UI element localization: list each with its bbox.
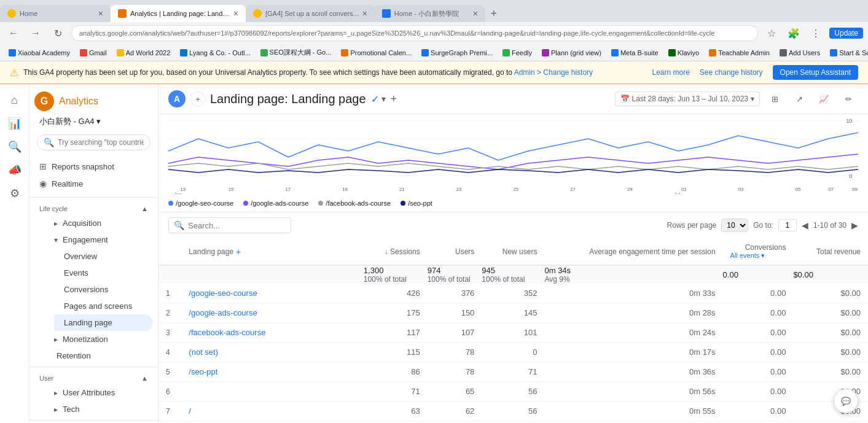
share-button[interactable]: ↗ xyxy=(789,89,809,109)
col-landing-page[interactable]: Landing page + xyxy=(181,238,364,265)
bookmark-seo[interactable]: SEO課程大綱 - Go... xyxy=(257,47,335,58)
svg-text:03: 03 xyxy=(738,187,744,192)
tab-analytics[interactable]: Analytics | Landing page: Landi... × xyxy=(111,5,246,22)
property-selector[interactable]: 小白新勢 - GA4 ▾ xyxy=(29,114,158,132)
sidebar-advertising-icon[interactable]: 📣 xyxy=(4,159,26,181)
life-cycle-collapse-icon[interactable]: ▲ xyxy=(141,205,148,212)
admin-change-history-link[interactable]: Admin > Change history xyxy=(514,68,593,77)
legend-seo-ppt[interactable]: /seo-ppt xyxy=(401,200,432,207)
nav-item-realtime[interactable]: ◉ Realtime xyxy=(29,175,153,192)
add-comparison-button[interactable]: + xyxy=(391,93,397,106)
edit-button[interactable]: ✏ xyxy=(839,89,858,109)
tab-home[interactable]: Home × xyxy=(0,5,111,22)
date-range-picker[interactable]: 📅 Last 28 days: Jun 13 – Jul 10, 2023 ▾ xyxy=(615,91,760,106)
chat-icon-button[interactable]: 💬 xyxy=(834,389,858,413)
nav-item-pages-screens[interactable]: Pages and screens xyxy=(54,298,153,314)
bookmark-klaviyo[interactable]: Klaviyo xyxy=(665,48,703,58)
row-landing-page[interactable]: /google-ads-course xyxy=(181,303,364,323)
bookmark-plann[interactable]: Plann (grid view) xyxy=(538,48,605,58)
col-sessions[interactable]: ↓ Sessions xyxy=(364,238,428,265)
insights-button[interactable]: 📈 xyxy=(814,89,834,109)
nav-item-monetization[interactable]: ▸ Monetization xyxy=(44,331,153,347)
bookmark-lyang[interactable]: Lyang & Co. - Outl... xyxy=(176,48,254,58)
nav-item-overview[interactable]: Overview xyxy=(54,248,153,265)
compare-button[interactable]: ⊞ xyxy=(765,89,784,109)
tab-ga4[interactable]: [GA4] Set up a scroll convers... × xyxy=(246,5,375,22)
address-bar[interactable]: analytics.google.com/analytics/web/?auth… xyxy=(71,25,758,41)
prev-page-button[interactable]: ◀ xyxy=(802,220,808,230)
nav-item-user-attributes[interactable]: ▸ User Attributes xyxy=(44,384,153,401)
rows-per-page-select[interactable]: 10 25 50 xyxy=(721,219,748,232)
col-new-users[interactable]: New users xyxy=(482,238,544,265)
bookmark-adworld[interactable]: Ad World 2022 xyxy=(113,48,174,58)
reload-button[interactable]: ↻ xyxy=(49,25,66,42)
bookmark-promo[interactable]: Promotional Calen... xyxy=(337,48,415,58)
sidebar-explore-icon[interactable]: 🔍 xyxy=(4,136,26,158)
nav-item-retention[interactable]: Retention xyxy=(44,347,153,364)
new-tab-button[interactable]: + xyxy=(485,5,502,22)
nav-engagement-group: ▾ Engagement Overview Events Conversions… xyxy=(29,231,158,331)
row-landing-page[interactable]: / xyxy=(181,402,364,421)
bookmark-star[interactable]: ☆ xyxy=(763,25,780,42)
row-landing-page[interactable] xyxy=(181,382,364,402)
tab-home-close[interactable]: × xyxy=(98,9,103,18)
nav-item-engagement[interactable]: ▾ Engagement xyxy=(44,231,153,248)
row-landing-page[interactable]: /google-seo-course xyxy=(181,284,364,303)
bookmark-gmail[interactable]: Gmail xyxy=(76,48,111,58)
sidebar-reports-icon[interactable]: 📊 xyxy=(4,112,26,134)
next-page-button[interactable]: ▶ xyxy=(851,220,858,230)
sidebar-search-input[interactable] xyxy=(58,138,144,147)
all-events-badge[interactable]: All events ▾ xyxy=(730,252,786,260)
bookmark-xiaobai-academy[interactable]: Xiaobai Academy xyxy=(5,48,74,58)
report-title-dropdown-icon[interactable]: ▾ xyxy=(381,94,386,104)
bookmark-startscale[interactable]: Start & Scale Your... xyxy=(826,48,868,58)
sidebar-configure-icon[interactable]: ⚙ xyxy=(4,182,26,204)
legend-google-ads[interactable]: /google-ads-course xyxy=(243,200,308,207)
tab-xiaobai[interactable]: Home - 小白新勢學院 × xyxy=(375,5,485,22)
col-conversions[interactable]: Conversions All events ▾ xyxy=(723,238,794,265)
bookmark-addusers[interactable]: Add Users xyxy=(776,48,824,58)
bookmark-surge[interactable]: SurgeGraph Premi... xyxy=(418,48,496,58)
bookmark-teachable[interactable]: Teachable Admin xyxy=(705,48,773,58)
open-setup-assistant-button[interactable]: Open Setup Assistant xyxy=(773,65,858,80)
property-name[interactable]: 小白新勢 - GA4 ▾ xyxy=(39,116,148,127)
row-landing-page[interactable]: (not set) xyxy=(181,343,364,362)
nav-item-acquisition[interactable]: ▸ Acquisition xyxy=(44,215,153,231)
row-landing-page[interactable]: /facebook-ads-course xyxy=(181,323,364,343)
bookmark-label: Start & Scale Your... xyxy=(839,49,868,56)
tab-xiaobai-close[interactable]: × xyxy=(473,9,478,18)
nav-item-conversions[interactable]: Conversions xyxy=(54,281,153,298)
forward-button[interactable]: → xyxy=(27,25,44,42)
nav-item-tech[interactable]: ▸ Tech xyxy=(44,401,153,417)
extensions-button[interactable]: 🧩 xyxy=(785,25,802,42)
col-users[interactable]: Users xyxy=(428,238,482,265)
go-to-input[interactable] xyxy=(778,219,797,231)
col-total-revenue[interactable]: Total revenue xyxy=(793,238,868,265)
table-search-box[interactable]: 🔍 xyxy=(168,217,291,233)
nav-item-landing-page[interactable]: Landing page xyxy=(54,314,153,331)
sidebar-search-box[interactable]: 🔍 xyxy=(37,134,151,150)
legend-facebook-ads[interactable]: /facebook-ads-course xyxy=(318,200,391,207)
col-avg-engagement[interactable]: Average engagement time per session xyxy=(544,238,722,265)
add-column-icon[interactable]: + xyxy=(236,247,241,257)
table-search-input[interactable] xyxy=(188,221,286,230)
update-button[interactable]: Update xyxy=(829,28,863,39)
sidebar-home-icon[interactable]: ⌂ xyxy=(4,89,26,111)
row-conversions: 0.00 xyxy=(723,323,794,343)
see-change-history-link[interactable]: See change history xyxy=(700,68,763,77)
nav-item-events[interactable]: Events xyxy=(54,265,153,281)
back-button[interactable]: ← xyxy=(5,25,22,42)
bookmark-feedly[interactable]: Feedly xyxy=(499,48,536,58)
legend-google-seo[interactable]: /google-seo-course xyxy=(168,200,233,207)
totals-revenue: $0.00 xyxy=(793,265,868,284)
learn-more-link[interactable]: Learn more xyxy=(652,68,689,77)
menu-button[interactable]: ⋮ xyxy=(807,25,824,42)
user-collapse-icon[interactable]: ▲ xyxy=(141,374,148,382)
row-landing-page[interactable]: /seo-ppt xyxy=(181,362,364,382)
tab-ga4-close[interactable]: × xyxy=(362,9,367,18)
row-landing-page[interactable]: /free-resources xyxy=(181,421,364,424)
bookmark-meta[interactable]: Meta B-suite xyxy=(608,48,662,58)
nav-item-reports-snapshot[interactable]: ⊞ Reports snapshot xyxy=(29,158,153,175)
tab-analytics-close[interactable]: × xyxy=(233,9,238,18)
add-to-report-button[interactable]: + xyxy=(190,91,205,106)
